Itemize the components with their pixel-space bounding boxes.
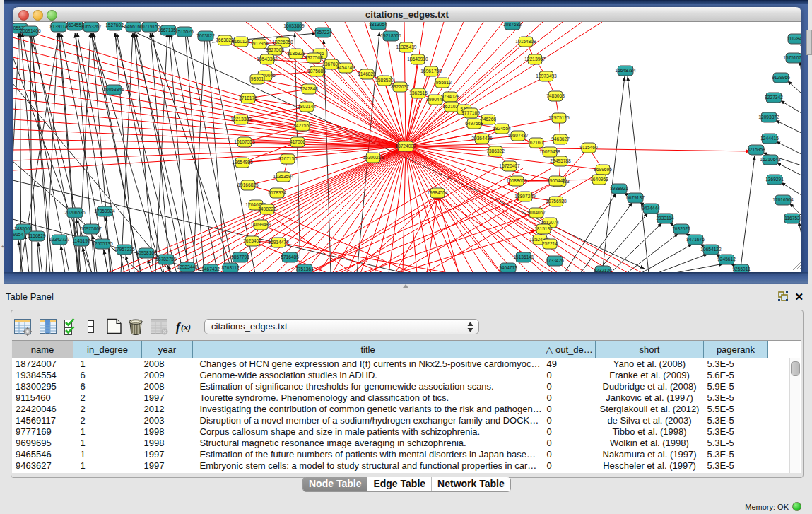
svg-text:(x): (x) [181,322,191,332]
svg-text:f: f [176,320,182,334]
